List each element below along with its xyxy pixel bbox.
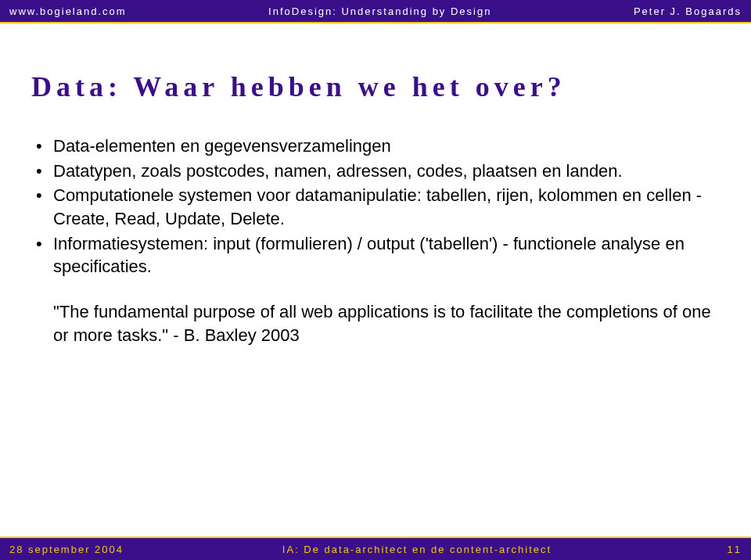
header-title: InfoDesign: Understanding by Design	[127, 5, 634, 17]
slide-content: Data: Waar hebben we het over? Data-elem…	[0, 23, 751, 363]
quote-block: "The fundamental purpose of all web appl…	[31, 300, 720, 346]
slide-footer: 28 september 2004 IA: De data-architect …	[0, 537, 751, 560]
footer-title: IA: De data-architect en de content-arch…	[124, 544, 710, 555]
footer-page-number: 11	[710, 544, 742, 555]
slide-header: www.bogieland.com InfoDesign: Understand…	[0, 0, 751, 23]
header-author: Peter J. Bogaards	[634, 5, 742, 17]
bullet-list: Data-elementen en gegevensverzamelingen …	[31, 135, 720, 278]
bullet-item: Informatiesystemen: input (formulieren) …	[31, 232, 720, 278]
bullet-item: Data-elementen en gegevensverzamelingen	[31, 135, 720, 158]
slide-title: Data: Waar hebben we het over?	[31, 70, 720, 103]
footer-date: 28 september 2004	[9, 544, 124, 555]
header-url: www.bogieland.com	[9, 5, 127, 17]
bullet-item: Datatypen, zoals postcodes, namen, adres…	[31, 160, 720, 183]
bullet-item: Computationele systemen voor datamanipul…	[31, 184, 720, 230]
